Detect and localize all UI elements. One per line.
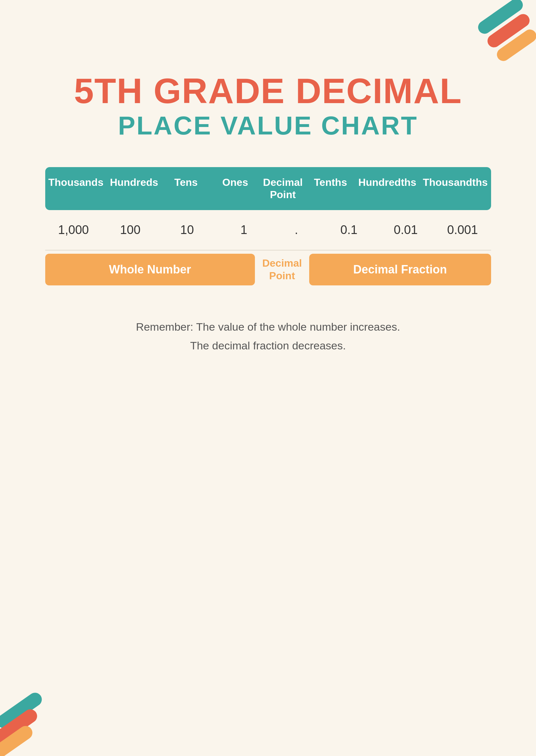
remember-section: Remember: The value of the whole number … <box>136 318 400 355</box>
bottom-left-decoration <box>0 675 71 756</box>
value-hundredths: 0.01 <box>377 223 434 237</box>
table-header-row: Thousands Hundreds Tens Ones Decimal Poi… <box>45 167 491 210</box>
value-hundreds: 100 <box>102 223 159 237</box>
header-decimal-point: Decimal Point <box>260 167 306 210</box>
value-ones: 1 <box>216 223 272 237</box>
header-tenths: Tenths <box>306 167 355 210</box>
value-tens: 10 <box>159 223 216 237</box>
table-values-row: 1,000 100 10 1 . 0.1 0.01 0.001 <box>45 210 491 251</box>
page-title-line2: PLACE VALUE CHART <box>118 110 418 141</box>
main-content: 5TH GRADE DECIMAL PLACE VALUE CHART Thou… <box>0 0 536 355</box>
header-hundredths: Hundredths <box>355 167 420 210</box>
header-hundreds: Hundreds <box>107 167 161 210</box>
decimal-fraction-label: Decimal Fraction <box>309 254 491 286</box>
value-thousands: 1,000 <box>45 223 102 237</box>
decimal-point-label: Decimal Point <box>255 254 309 286</box>
remember-line2: The decimal fraction decreases. <box>136 336 400 355</box>
whole-number-label: Whole Number <box>45 254 255 286</box>
value-thousandths: 0.001 <box>434 223 491 237</box>
value-decimal-point: . <box>272 223 320 237</box>
header-thousands: Thousands <box>45 167 107 210</box>
header-ones: Ones <box>211 167 260 210</box>
place-value-table: Thousands Hundreds Tens Ones Decimal Poi… <box>45 167 491 286</box>
table-labels-row: Whole Number Decimal Point Decimal Fract… <box>45 254 491 286</box>
page-title-line1: 5TH GRADE DECIMAL <box>74 71 462 110</box>
header-tens: Tens <box>161 167 211 210</box>
remember-line1: Remember: The value of the whole number … <box>136 318 400 336</box>
value-tenths: 0.1 <box>320 223 377 237</box>
header-thousandths: Thousandths <box>420 167 491 210</box>
